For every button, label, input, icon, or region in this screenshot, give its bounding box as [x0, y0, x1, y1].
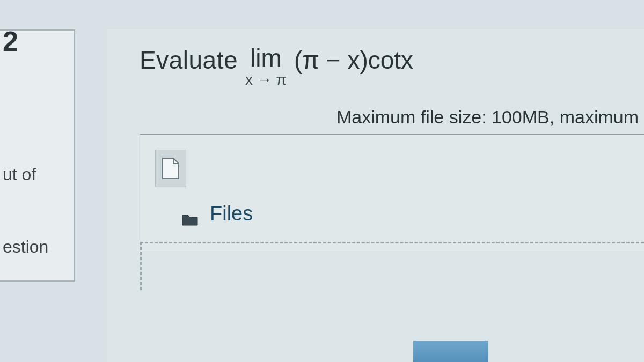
- flag-question-fragment[interactable]: estion: [3, 237, 48, 257]
- marks-out-of-fragment: ut of: [3, 165, 36, 184]
- limit-approach: x → π: [245, 72, 287, 87]
- question-sidebar: 2 ut of estion: [0, 29, 75, 282]
- file-drop-zone[interactable]: [140, 242, 644, 290]
- files-label: Files: [210, 202, 253, 225]
- folder-icon: [182, 208, 198, 220]
- file-upload-area[interactable]: Files: [140, 134, 644, 252]
- partial-button[interactable]: [413, 341, 488, 362]
- lim-text: lim: [250, 46, 282, 70]
- files-toggle[interactable]: Files: [182, 202, 253, 225]
- document-icon: [162, 157, 180, 180]
- add-file-button[interactable]: [155, 150, 186, 187]
- question-prompt: Evaluate lim x → π (π − x)cotx: [107, 29, 644, 93]
- limit-expression: (π − x)cotx: [294, 46, 413, 75]
- limit-notation: lim x → π: [245, 46, 287, 87]
- question-content: Evaluate lim x → π (π − x)cotx Maximum f…: [107, 29, 644, 362]
- file-size-hint: Maximum file size: 100MB, maximum: [107, 93, 644, 132]
- question-number: 2: [3, 25, 18, 57]
- evaluate-label: Evaluate: [140, 46, 238, 75]
